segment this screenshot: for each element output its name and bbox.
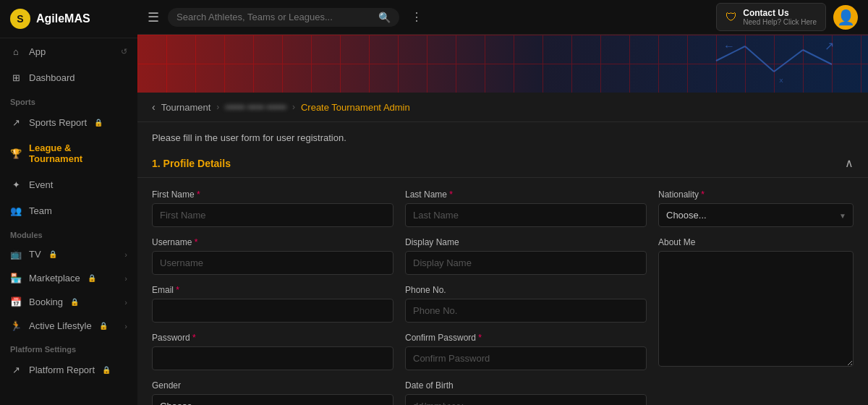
form-group-phone: Phone No. — [405, 285, 647, 323]
username-label: Username * — [152, 237, 393, 247]
grid-icon: ⊞ — [10, 72, 22, 83]
form-group-display-name: Display Name — [405, 237, 647, 275]
more-options-button[interactable]: ⋮ — [411, 10, 422, 24]
sidebar-item-event[interactable]: ✦ Event — [0, 171, 137, 197]
breadcrumb-tournament[interactable]: Tournament — [161, 102, 211, 113]
main-content: ☰ 🔍 ⋮ 🛡 Contact Us Need Help? Click Here… — [137, 0, 868, 405]
confirm-password-label: Confirm Password * — [405, 333, 647, 343]
section-title: 1. Profile Details — [152, 158, 231, 169]
last-name-label: Last Name * — [405, 189, 647, 200]
contact-sublabel: Need Help? Click Here — [743, 18, 817, 26]
refresh-icon: ↺ — [121, 47, 127, 56]
sidebar-item-marketplace[interactable]: 🏪 Marketplace 🔒 › — [0, 266, 137, 290]
logo-icon: S — [10, 9, 30, 29]
sidebar: S AgileMAS ⌂ App ↺ ⊞ Dashboard Sports ↗ … — [0, 0, 137, 405]
sidebar-item-active-lifestyle[interactable]: 🏃 Active Lifestyle 🔒 › — [0, 314, 137, 338]
breadcrumb: ‹ Tournament › •••••• ••••• •••••• › Cre… — [137, 93, 868, 122]
email-input[interactable] — [152, 299, 393, 323]
form-group-dob: Date of Birth — [405, 380, 647, 405]
form-row-email: Email * Phone No. — [152, 285, 647, 323]
team-icon: 👥 — [10, 205, 22, 216]
trophy-icon: 🏆 — [10, 148, 22, 159]
dob-label: Date of Birth — [405, 380, 647, 391]
nationality-select-wrapper: Choose... — [658, 203, 854, 227]
tv-icon: 📺 — [10, 249, 22, 260]
form-instruction: Please fill in the user form for user re… — [137, 122, 868, 149]
username-input[interactable] — [152, 251, 393, 275]
form-group-last-name: Last Name * — [405, 189, 647, 227]
sidebar-item-dashboard[interactable]: ⊞ Dashboard — [0, 64, 137, 90]
form-group-gender: Gender Choose Male Female Other — [152, 380, 393, 405]
sidebar-item-team[interactable]: 👥 Team — [0, 197, 137, 223]
menu-button[interactable]: ☰ — [148, 9, 159, 25]
form-row-gender: Gender Choose Male Female Other — [152, 380, 647, 405]
app-name: AgileMAS — [36, 12, 90, 25]
sidebar-item-label: Active Lifestyle — [29, 320, 92, 331]
search-input[interactable] — [176, 12, 373, 22]
sidebar-item-label: League & Tournament — [29, 142, 127, 164]
platform-icon: ↗ — [10, 364, 22, 375]
about-me-textarea[interactable] — [658, 251, 854, 367]
sidebar-item-league-tournament[interactable]: 🏆 League & Tournament — [0, 135, 137, 171]
modules-section-label: Modules — [0, 223, 137, 242]
password-label: Password * — [152, 333, 393, 343]
lock-icon: 🔒 — [94, 119, 103, 127]
sidebar-item-sports-report[interactable]: ↗ Sports Report 🔒 — [0, 109, 137, 135]
breadcrumb-blurred-item[interactable]: •••••• ••••• •••••• — [225, 102, 286, 113]
sidebar-item-tv[interactable]: 📺 TV 🔒 › — [0, 242, 137, 266]
nationality-select[interactable]: Choose... — [658, 203, 854, 227]
chevron-right-icon: › — [124, 298, 127, 307]
gender-select-wrapper: Choose Male Female Other — [152, 394, 393, 405]
chevron-right-icon: › — [124, 322, 127, 331]
sidebar-item-label: App — [29, 46, 46, 57]
gender-select[interactable]: Choose Male Female Other — [152, 394, 393, 405]
lifestyle-icon: 🏃 — [10, 320, 22, 331]
confirm-password-input[interactable] — [405, 346, 647, 370]
form-row-name: First Name * Last Name * — [152, 189, 647, 227]
contact-button[interactable]: 🛡 Contact Us Need Help? Click Here — [716, 3, 826, 31]
gender-label: Gender — [152, 380, 393, 391]
trend-icon: ↗ — [10, 116, 22, 128]
marketplace-icon: 🏪 — [10, 273, 22, 284]
breadcrumb-back-button[interactable]: ‹ — [152, 101, 156, 113]
breadcrumb-separator: › — [292, 102, 295, 112]
sidebar-item-booking[interactable]: 📅 Booking 🔒 › — [0, 290, 137, 314]
form-group-confirm-password: Confirm Password * — [405, 333, 647, 370]
app-logo: S AgileMAS — [0, 0, 137, 38]
home-icon: ⌂ — [10, 46, 22, 57]
search-wrapper: 🔍 — [168, 8, 399, 27]
svg-text:↗: ↗ — [825, 40, 834, 52]
form-group-email: Email * — [152, 285, 393, 323]
form-row-password: Password * Confirm Password * — [152, 333, 647, 370]
section-header: 1. Profile Details ∧ — [137, 149, 868, 178]
sports-section-label: Sports — [0, 90, 137, 109]
lock-icon: 🔒 — [70, 298, 79, 306]
about-me-label: About Me — [658, 237, 854, 247]
sidebar-item-platform-report[interactable]: ↗ Platform Report 🔒 — [0, 357, 137, 383]
page-content: ‹ Tournament › •••••• ••••• •••••• › Cre… — [137, 93, 868, 405]
svg-text:X: X — [779, 77, 783, 84]
sidebar-item-label: Marketplace — [29, 273, 80, 284]
display-name-label: Display Name — [405, 237, 647, 247]
dob-input[interactable] — [405, 394, 647, 405]
form-group-first-name: First Name * — [152, 189, 393, 227]
topbar-right: 🛡 Contact Us Need Help? Click Here 👤 — [716, 3, 858, 31]
breadcrumb-separator: › — [216, 102, 219, 112]
sidebar-item-app[interactable]: ⌂ App ↺ — [0, 38, 137, 64]
chevron-right-icon: › — [124, 250, 127, 259]
display-name-input[interactable] — [405, 251, 647, 275]
lock-icon: 🔒 — [102, 366, 111, 374]
avatar[interactable]: 👤 — [833, 5, 858, 30]
last-name-input[interactable] — [405, 203, 647, 227]
sidebar-item-label: Event — [29, 179, 53, 190]
form-group-username: Username * — [152, 237, 393, 275]
lock-icon: 🔒 — [99, 322, 108, 330]
form-columns: First Name * Last Name * — [152, 189, 854, 405]
form-group-about-me: About Me — [658, 237, 854, 367]
phone-input[interactable] — [405, 299, 647, 323]
form-right-column: Nationality * Choose... About Me — [658, 189, 854, 405]
collapse-button[interactable]: ∧ — [845, 156, 854, 170]
password-input[interactable] — [152, 346, 393, 370]
first-name-input[interactable] — [152, 203, 393, 227]
platform-section-label: Platform Settings — [0, 338, 137, 357]
